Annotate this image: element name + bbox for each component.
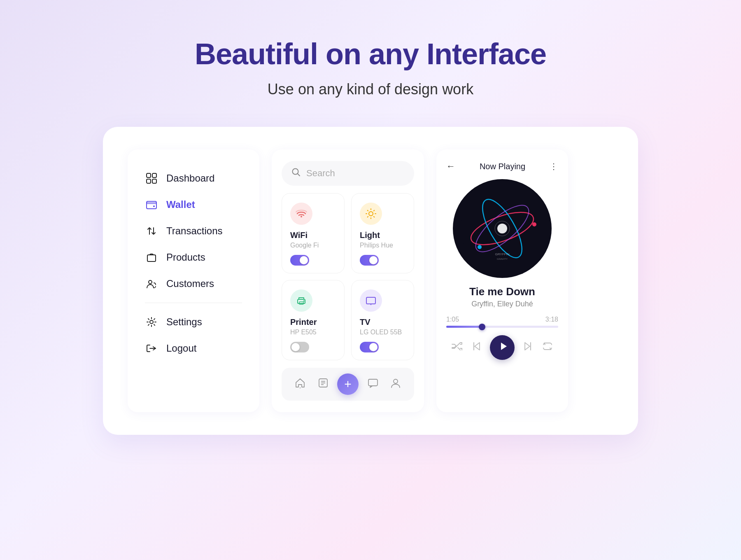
printer-sub: HP E505: [290, 329, 336, 336]
printer-toggle[interactable]: [290, 342, 309, 352]
svg-rect-2: [147, 179, 151, 183]
sidebar-item-dashboard[interactable]: Dashboard: [140, 166, 247, 191]
showcase-container: Dashboard Wallet Transacti: [103, 127, 638, 435]
light-toggle-knob: [369, 256, 377, 264]
printer-icon: [290, 289, 312, 312]
wifi-name: WiFi: [290, 231, 336, 240]
progress-area: 1:05 3:18: [446, 316, 558, 328]
track-name: Tie me Down: [446, 285, 558, 298]
sidebar-item-wallet[interactable]: Wallet: [140, 192, 247, 217]
svg-rect-3: [152, 179, 156, 183]
nav-divider: [145, 303, 242, 303]
device-card-light: Light Philips Hue: [351, 193, 414, 273]
device-card-wifi: WiFi Google Fi: [282, 193, 345, 273]
next-button[interactable]: [520, 339, 535, 356]
tv-icon: [360, 289, 382, 312]
light-icon: [360, 203, 382, 225]
svg-rect-7: [147, 255, 156, 261]
sidebar-item-settings[interactable]: Settings: [140, 310, 247, 334]
sidebar-label-transactions: Transactions: [166, 225, 223, 237]
svg-text:GRAVITY: GRAVITY: [497, 258, 508, 260]
light-sub: Philips Hue: [360, 242, 405, 249]
list-nav-icon[interactable]: [315, 376, 332, 392]
svg-text:GRYFFIN: GRYFFIN: [495, 252, 510, 256]
svg-rect-4: [147, 201, 156, 209]
products-icon: [145, 252, 158, 263]
sidebar-item-customers[interactable]: Customers: [140, 271, 247, 296]
search-icon: [291, 168, 301, 179]
progress-bar[interactable]: [446, 326, 558, 328]
track-info: Tie me Down Gryffin, Elley Duhé: [446, 285, 558, 308]
wallet-icon: [145, 199, 158, 210]
tv-toggle-knob: [369, 343, 377, 351]
wifi-toggle[interactable]: [290, 255, 309, 266]
svg-point-8: [149, 280, 152, 284]
more-options-button[interactable]: ⋮: [550, 161, 558, 171]
sidebar-label-settings: Settings: [166, 316, 202, 328]
progress-fill: [446, 326, 482, 328]
time-total: 3:18: [545, 316, 558, 323]
transactions-icon: [145, 225, 158, 237]
play-icon: [498, 341, 508, 355]
home-nav-icon[interactable]: [291, 376, 309, 392]
sidebar-item-products[interactable]: Products: [140, 245, 247, 270]
light-name: Light: [360, 231, 405, 240]
device-grid: WiFi Google Fi Light Philips Hue: [282, 193, 414, 360]
printer-toggle-knob: [291, 343, 300, 351]
sidebar-item-logout[interactable]: Logout: [140, 336, 247, 361]
svg-point-28: [497, 224, 507, 233]
svg-point-9: [150, 320, 153, 324]
hero-subtitle: Use on any kind of design work: [268, 81, 473, 98]
svg-point-12: [369, 212, 373, 216]
sidebar-label-dashboard: Dashboard: [166, 173, 214, 184]
customers-icon: [145, 278, 158, 289]
tv-name: TV: [360, 317, 405, 327]
device-card-printer: Printer HP E505: [282, 280, 345, 360]
tv-sub: LG OLED 55B: [360, 329, 405, 336]
svg-point-31: [478, 245, 482, 249]
svg-rect-1: [152, 173, 156, 177]
smart-home-panel: Search WiFi Google Fi: [272, 149, 424, 412]
svg-rect-0: [147, 173, 151, 177]
hero-title: Beautiful on any Interface: [195, 37, 546, 71]
prev-button[interactable]: [470, 339, 485, 356]
search-bar[interactable]: Search: [282, 161, 414, 186]
printer-name: Printer: [290, 317, 336, 327]
back-button[interactable]: ←: [446, 161, 455, 172]
repeat-button[interactable]: [540, 339, 555, 356]
tv-toggle[interactable]: [360, 342, 379, 352]
wifi-icon: [290, 203, 312, 225]
progress-times: 1:05 3:18: [446, 316, 558, 323]
play-button[interactable]: [490, 335, 515, 360]
dashboard-icon: [145, 173, 158, 184]
album-art: GRYFFIN GRAVITY: [453, 179, 552, 278]
sidebar-label-wallet: Wallet: [166, 199, 195, 210]
sidebar-label-logout: Logout: [166, 343, 196, 354]
shuffle-button[interactable]: [450, 339, 464, 356]
settings-icon: [145, 316, 158, 328]
sidebar-item-transactions[interactable]: Transactions: [140, 219, 247, 243]
svg-rect-22: [368, 379, 377, 386]
now-playing-label: Now Playing: [480, 162, 525, 171]
track-artist: Gryffin, Elley Duhé: [446, 300, 558, 308]
add-button[interactable]: +: [337, 373, 359, 395]
time-current: 1:05: [446, 316, 459, 323]
svg-point-30: [532, 222, 536, 226]
nav-panel: Dashboard Wallet Transacti: [128, 149, 259, 412]
chat-nav-icon[interactable]: [364, 376, 382, 392]
light-toggle[interactable]: [360, 255, 379, 266]
music-header: ← Now Playing ⋮: [446, 161, 558, 172]
profile-nav-icon[interactable]: [387, 376, 404, 392]
svg-point-11: [301, 216, 302, 217]
svg-rect-16: [366, 297, 375, 304]
wifi-toggle-knob: [300, 256, 308, 264]
logout-icon: [145, 343, 158, 354]
music-player-panel: ← Now Playing ⋮: [436, 149, 568, 412]
bottom-nav: +: [282, 368, 414, 401]
svg-point-23: [394, 379, 398, 383]
sidebar-label-customers: Customers: [166, 278, 214, 289]
svg-point-15: [303, 301, 305, 302]
search-placeholder: Search: [306, 168, 335, 179]
svg-point-6: [153, 205, 155, 207]
device-card-tv: TV LG OLED 55B: [351, 280, 414, 360]
